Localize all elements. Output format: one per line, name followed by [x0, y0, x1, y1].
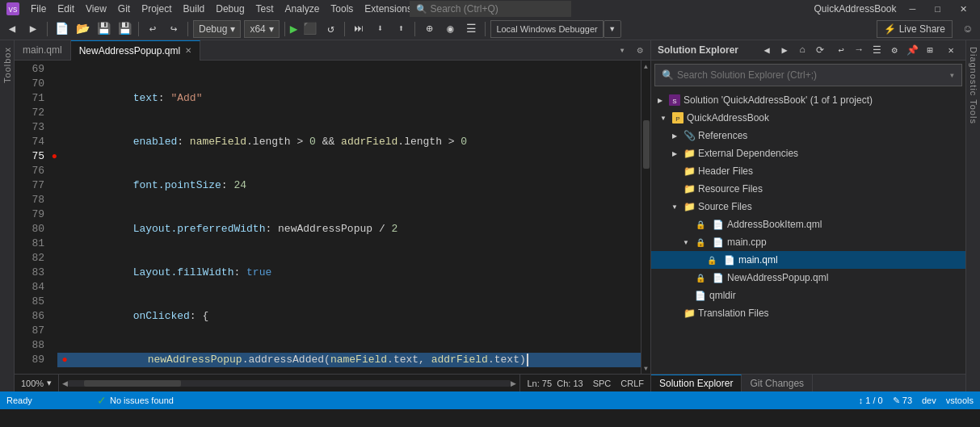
se-pending-button[interactable]: ↩ — [833, 42, 849, 58]
tab-settings-button[interactable]: ⚙ — [633, 43, 647, 57]
platform-dropdown[interactable]: x64 ▾ — [244, 20, 279, 38]
svg-text:VS: VS — [9, 6, 18, 15]
menu-file[interactable]: File — [26, 2, 51, 16]
scroll-up-button[interactable]: ▲ — [641, 61, 651, 72]
step-over-button[interactable]: ⏭ — [350, 20, 368, 38]
menu-test[interactable]: Test — [251, 2, 279, 16]
tree-item-source-files[interactable]: ▼ 📁 Source Files — [651, 198, 965, 216]
menu-project[interactable]: Project — [137, 2, 176, 16]
toolbox-panel[interactable]: Toolbox — [0, 40, 15, 391]
step-into-button[interactable]: ⬇ — [371, 20, 389, 38]
menu-analyze[interactable]: Analyze — [280, 2, 325, 16]
tree-item-references[interactable]: ▶ 📎 References — [651, 127, 965, 144]
bottom-bar: 100% ▾ ◀ ▶ Ln: 75 Ch: 13 SPC CRLF — [15, 374, 650, 391]
menu-tools[interactable]: Tools — [326, 2, 358, 16]
h-scroll-area[interactable]: ◀ ▶ — [59, 375, 519, 391]
start-debugging-button[interactable]: ▶ — [290, 21, 298, 37]
se-tab-solution-explorer[interactable]: Solution Explorer — [651, 375, 742, 391]
tree-item-translation-files[interactable]: 📁 Translation Files — [651, 304, 965, 322]
tab-list-button[interactable]: ▾ — [615, 43, 629, 57]
h-scroll-left-button[interactable]: ◀ — [62, 379, 68, 387]
tree-icon-addressbookitem: 📄 — [712, 218, 725, 231]
tree-item-header-files[interactable]: 📁 Header Files — [651, 162, 965, 180]
toolbar-separator-3 — [187, 22, 188, 36]
h-scroll-track[interactable] — [68, 380, 511, 387]
tree-item-ext-deps[interactable]: ▶ 📁 External Dependencies — [651, 144, 965, 162]
se-close-button[interactable]: ✕ — [943, 42, 959, 58]
menu-build[interactable]: Build — [179, 2, 210, 16]
run-with-dropdown[interactable]: Local Windows Debugger ▾ — [490, 20, 620, 38]
menu-debug[interactable]: Debug — [211, 2, 249, 16]
zoom-control[interactable]: 100% ▾ — [15, 375, 59, 391]
tree-item-project[interactable]: ▼ P QuickAddressBook — [651, 109, 965, 127]
close-button[interactable]: ✕ — [953, 2, 974, 16]
attach-button[interactable]: ⬛ — [301, 20, 318, 38]
tree-item-solution[interactable]: ▶ S Solution 'QuickAddressBook' (1 of 1 … — [651, 91, 965, 109]
restart-button[interactable]: ↺ — [322, 20, 339, 38]
redo-button[interactable]: ↪ — [165, 20, 183, 38]
menu-extensions[interactable]: Extensions — [360, 2, 417, 16]
errors-status[interactable]: ✎ 73 — [893, 396, 912, 406]
se-git-button[interactable]: → — [851, 42, 867, 58]
diagnostic-tools-panel[interactable]: Diagnostic Tools — [965, 40, 980, 391]
scroll-down-button[interactable]: ▼ — [641, 362, 651, 374]
menu-view[interactable]: View — [81, 2, 111, 16]
tree-item-main-cpp[interactable]: ▼ 🔒 📄 main.cpp — [651, 233, 965, 251]
status-issues[interactable]: ✓ No issues found — [97, 394, 174, 407]
tab-close-button[interactable]: ✕ — [185, 46, 191, 55]
h-scroll-right-button[interactable]: ▶ — [511, 379, 516, 387]
new-file-button[interactable]: 📄 — [53, 20, 70, 38]
code-line-73: Layout.fillWidth: true — [57, 266, 650, 280]
back-button[interactable]: ◀ — [3, 20, 21, 38]
code-content[interactable]: text: "Add" enabled: nameField.length > … — [51, 61, 650, 374]
se-pin-button[interactable]: 📌 — [904, 42, 920, 58]
se-sync-button[interactable]: ⟳ — [812, 42, 828, 58]
tree-arrow-resource-files — [669, 183, 680, 195]
toolbar-separator-6 — [414, 22, 415, 36]
scroll-thumb[interactable] — [643, 120, 650, 169]
code-editor[interactable]: 69 70 71 72 73 74 75 76 77 78 79 80 81 8… — [15, 61, 650, 374]
save-all-button[interactable]: 💾 — [116, 20, 133, 38]
menu-edit[interactable]: Edit — [53, 2, 79, 16]
forward-button[interactable]: ▶ — [24, 20, 42, 38]
minimize-button[interactable]: ─ — [903, 2, 923, 15]
tree-item-qmldir[interactable]: 📄 qmldir — [651, 287, 965, 304]
se-forward-button[interactable]: ▶ — [776, 42, 793, 58]
tab-new-address-popup-qml[interactable]: NewAddressPopup.qml ✕ — [71, 40, 200, 61]
feedback-button[interactable]: ☺ — [959, 20, 977, 38]
se-search-input[interactable] — [677, 69, 946, 81]
title-bar-right: QuickAddressBook ─ □ ✕ — [814, 2, 974, 16]
locals-button[interactable]: ☰ — [462, 20, 480, 38]
breakpoints-button[interactable]: ⊕ — [420, 20, 438, 38]
se-back-button[interactable]: ◀ — [759, 42, 775, 58]
undo-button[interactable]: ↩ — [144, 20, 162, 38]
line-ending-info: CRLF — [620, 379, 644, 388]
menu-git[interactable]: Git — [113, 2, 135, 16]
se-filter-button[interactable]: ☰ — [869, 42, 885, 58]
watch-button[interactable]: ◉ — [441, 20, 459, 38]
se-tab-git-changes[interactable]: Git Changes — [742, 375, 813, 391]
maximize-button[interactable]: □ — [928, 2, 947, 15]
toolbar: ◀ ▶ 📄 📂 💾 💾 ↩ ↪ Debug ▾ x64 ▾ ▶ ⬛ ↺ ⏭ ⬇ … — [0, 18, 980, 40]
save-button[interactable]: 💾 — [95, 20, 112, 38]
step-out-button[interactable]: ⬆ — [392, 20, 410, 38]
vstools-status[interactable]: vstools — [946, 396, 974, 405]
tree-item-main-qml[interactable]: 🔒 📄 main.qml — [651, 251, 965, 269]
tree-item-addressbookitem-qml[interactable]: 🔒 📄 AddressBookItem.qml — [651, 216, 965, 233]
vertical-scrollbar[interactable]: ▲ ▼ — [641, 61, 650, 374]
debug-config-dropdown[interactable]: Debug ▾ — [193, 20, 241, 38]
live-share-button[interactable]: ⚡ Live Share — [877, 20, 953, 38]
source-control-status[interactable]: ↕ 1 / 0 — [859, 396, 883, 405]
se-home-button[interactable]: ⌂ — [794, 42, 810, 58]
tree-icon-main-qml: 📄 — [723, 253, 736, 266]
tree-item-resource-files[interactable]: 📁 Resource Files — [651, 180, 965, 198]
tree-item-new-address-popup-qml[interactable]: 🔒 📄 NewAddressPopup.qml — [651, 269, 965, 287]
se-search-box[interactable]: 🔍 ▾ — [654, 64, 962, 86]
branch-status[interactable]: dev — [922, 396, 936, 405]
se-float-button[interactable]: ⊞ — [922, 42, 938, 58]
se-settings-button[interactable]: ⚙ — [886, 42, 902, 58]
open-file-button[interactable]: 📂 — [74, 20, 91, 38]
tree-label-new-address-popup: NewAddressPopup.qml — [727, 272, 962, 283]
h-scroll-thumb[interactable] — [84, 380, 181, 387]
tab-main-qml[interactable]: main.qml — [15, 40, 71, 61]
